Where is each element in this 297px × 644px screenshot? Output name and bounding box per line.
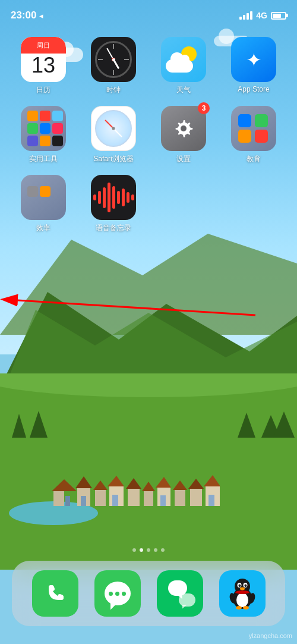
- appstore-icon[interactable]: ✦: [231, 37, 276, 82]
- eff-cell-3: [52, 186, 63, 197]
- page-dot-2: [140, 548, 143, 552]
- wave-bar-8: [127, 192, 129, 203]
- efficiency-icon[interactable]: [21, 175, 66, 220]
- messages-dot-3: [122, 592, 126, 596]
- calendar-label: 日历: [36, 85, 50, 95]
- utility-cell-4: [27, 123, 38, 134]
- app-settings[interactable]: 3 设置: [151, 106, 216, 164]
- time-display: 23:00: [11, 10, 36, 21]
- wave-bar-6: [117, 191, 120, 204]
- svg-point-37: [181, 125, 187, 131]
- safari-label: Safari浏览器: [93, 154, 133, 164]
- app-weather[interactable]: 天气: [151, 37, 216, 95]
- wechat-bubble-second: [179, 593, 195, 607]
- svg-rect-23: [160, 495, 166, 506]
- clock-center: [112, 58, 115, 61]
- settings-icon[interactable]: 3: [161, 106, 206, 151]
- edu-icon[interactable]: [231, 106, 276, 151]
- edu-folder-grid: [238, 114, 269, 143]
- signal-bar-4: [250, 11, 252, 20]
- svg-marker-29: [204, 475, 220, 486]
- network-label: 4G: [256, 11, 267, 20]
- efficiency-label: 效率: [36, 223, 50, 233]
- messages-tail: [110, 602, 119, 610]
- page-dot-5: [161, 548, 165, 552]
- edu-cell-2: [255, 114, 268, 127]
- messages-bubble: [103, 580, 132, 607]
- safari-compass: [95, 110, 132, 147]
- svg-point-49: [240, 588, 245, 590]
- signal-bars: [239, 11, 252, 20]
- svg-point-50: [236, 606, 242, 610]
- settings-badge: 3: [198, 102, 210, 114]
- wave-bar-1: [93, 194, 96, 200]
- messages-dot-1: [109, 592, 113, 596]
- phone-icon-svg: [42, 580, 68, 607]
- status-bar: 23:00 ◂ 4G: [0, 0, 297, 26]
- app-edu[interactable]: 教育: [221, 106, 286, 164]
- signal-bar-1: [239, 17, 242, 20]
- voice-wave: [93, 183, 134, 212]
- svg-point-41: [236, 593, 248, 607]
- svg-point-46: [244, 584, 247, 587]
- eff-cell-5: [40, 199, 50, 209]
- utility-cell-1: [27, 111, 38, 121]
- edu-cell-3: [238, 130, 251, 143]
- edu-cell-4: [255, 130, 268, 143]
- app-efficiency[interactable]: 效率: [11, 175, 76, 233]
- svg-text:✦: ✦: [246, 49, 262, 71]
- svg-rect-12: [95, 490, 106, 506]
- watermark: ylzangcha.com: [249, 632, 292, 639]
- svg-rect-17: [128, 489, 140, 506]
- app-clock[interactable]: 时钟: [81, 37, 146, 95]
- dock-wechat[interactable]: [157, 570, 203, 617]
- weather-icon[interactable]: [161, 37, 206, 82]
- appstore-logo: ✦: [240, 46, 267, 73]
- svg-rect-30: [208, 495, 214, 506]
- page-dot-4: [154, 548, 157, 552]
- weather-cloud: [166, 59, 193, 73]
- utility-cell-8: [40, 136, 50, 146]
- qq-icon-svg: [227, 576, 258, 611]
- svg-point-47: [239, 585, 241, 586]
- wave-bar-7: [122, 189, 125, 206]
- svg-rect-24: [175, 490, 185, 506]
- location-icon: ◂: [39, 11, 43, 20]
- svg-rect-19: [144, 491, 153, 506]
- utility-icon[interactable]: [21, 106, 66, 151]
- safari-icon[interactable]: [91, 106, 136, 151]
- calendar-header: 周日: [21, 37, 66, 54]
- messages-bubble-shape: [105, 582, 131, 605]
- dock-phone[interactable]: [32, 570, 78, 617]
- svg-point-45: [238, 584, 241, 587]
- status-right: 4G: [239, 11, 286, 20]
- svg-marker-25: [173, 480, 187, 490]
- svg-marker-7: [52, 479, 77, 491]
- edu-label: 教育: [247, 154, 261, 164]
- page-dots: [132, 548, 165, 552]
- signal-bar-2: [243, 15, 245, 20]
- utility-cell-9: [52, 136, 63, 146]
- eff-cell-2: [40, 186, 50, 197]
- wechat-bubbles: [165, 580, 195, 607]
- dock-messages[interactable]: [94, 570, 141, 617]
- svg-marker-33: [238, 413, 255, 438]
- svg-point-54: [235, 590, 249, 594]
- app-voice[interactable]: 语音备忘录: [81, 175, 146, 233]
- app-utility[interactable]: 实用工具: [11, 106, 76, 164]
- dock-qq[interactable]: [219, 570, 266, 617]
- svg-marker-31: [12, 414, 26, 438]
- app-safari[interactable]: Safari浏览器: [81, 106, 146, 164]
- app-appstore[interactable]: ✦ App Store: [221, 37, 286, 95]
- calendar-icon[interactable]: 周日 13: [21, 37, 66, 82]
- utility-cell-7: [27, 136, 38, 146]
- page-dot-1: [132, 548, 136, 552]
- voice-icon[interactable]: [91, 175, 136, 220]
- svg-rect-26: [190, 489, 202, 506]
- svg-marker-32: [30, 411, 48, 438]
- clock-icon[interactable]: [91, 37, 136, 82]
- settings-gear-svg: [170, 115, 197, 142]
- calendar-date: 13: [31, 54, 55, 76]
- eff-cell-1: [27, 186, 38, 197]
- app-calendar[interactable]: 周日 13 日历: [11, 37, 76, 95]
